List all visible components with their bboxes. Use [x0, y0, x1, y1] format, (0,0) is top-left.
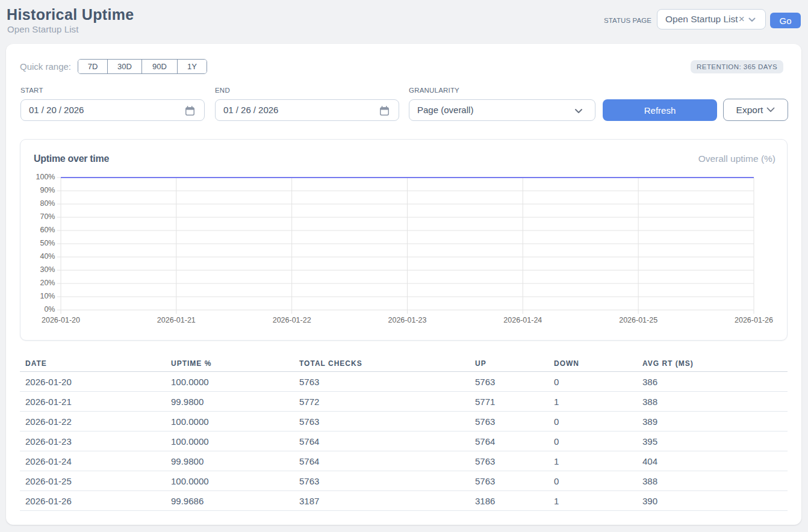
- svg-text:30%: 30%: [40, 265, 55, 274]
- svg-text:80%: 80%: [40, 199, 55, 208]
- svg-text:2026-01-22: 2026-01-22: [273, 316, 311, 324]
- svg-text:2026-01-25: 2026-01-25: [619, 316, 657, 324]
- svg-text:70%: 70%: [40, 212, 55, 221]
- svg-text:0%: 0%: [44, 305, 55, 314]
- svg-text:2026-01-24: 2026-01-24: [503, 316, 542, 324]
- svg-text:100%: 100%: [36, 173, 55, 181]
- svg-text:20%: 20%: [40, 279, 55, 287]
- svg-text:90%: 90%: [40, 186, 55, 194]
- svg-text:60%: 60%: [40, 226, 55, 234]
- svg-text:2026-01-20: 2026-01-20: [42, 316, 80, 324]
- svg-text:40%: 40%: [40, 252, 55, 261]
- svg-text:50%: 50%: [40, 239, 55, 247]
- svg-text:2026-01-23: 2026-01-23: [388, 316, 427, 324]
- svg-text:10%: 10%: [40, 292, 55, 300]
- svg-text:2026-01-26: 2026-01-26: [735, 316, 773, 324]
- svg-text:2026-01-21: 2026-01-21: [157, 316, 196, 324]
